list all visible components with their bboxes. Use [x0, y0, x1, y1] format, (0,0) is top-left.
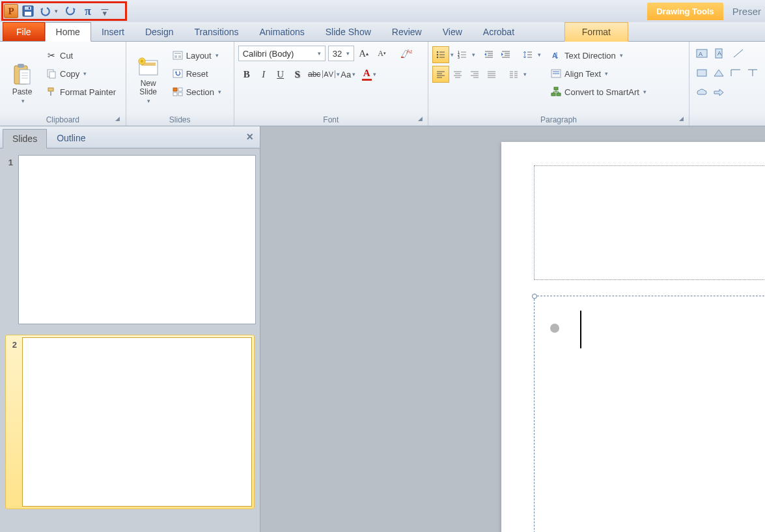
convert-smartart-button[interactable]: Convert to SmartArt▾: [548, 83, 649, 100]
grow-font-icon[interactable]: A▴: [355, 45, 372, 62]
redo-icon[interactable]: [64, 4, 78, 18]
increase-indent-icon[interactable]: [497, 46, 514, 63]
justify-icon[interactable]: [483, 66, 500, 83]
bullets-icon[interactable]: [432, 46, 449, 63]
svg-text:3: 3: [458, 55, 460, 59]
slide-canvas[interactable]: [260, 126, 765, 532]
smartart-label: Convert to SmartArt: [564, 87, 639, 97]
new-slide-dropdown-icon[interactable]: ▾: [147, 98, 150, 104]
numbering-icon[interactable]: 123: [454, 46, 471, 63]
font-name-combo[interactable]: Calibri (Body)▾: [238, 46, 326, 61]
format-painter-button[interactable]: Format Painter: [43, 83, 118, 100]
change-case-icon[interactable]: Aa▾: [340, 66, 357, 83]
tab-insert[interactable]: Insert: [91, 23, 135, 41]
title-placeholder[interactable]: [534, 165, 765, 280]
copy-icon: [46, 68, 57, 79]
svg-rect-79: [551, 93, 555, 96]
side-tab-slides[interactable]: Slides: [3, 129, 47, 148]
line-spacing-icon[interactable]: [520, 46, 536, 63]
thumb-number: 2: [8, 337, 17, 507]
copy-button[interactable]: Copy ▾: [43, 65, 118, 82]
side-tab-outline[interactable]: Outline: [47, 128, 95, 148]
columns-icon[interactable]: [505, 66, 522, 83]
svg-rect-21: [173, 70, 182, 77]
undo-dropdown-icon[interactable]: ▾: [55, 8, 61, 14]
align-center-icon[interactable]: [449, 66, 466, 83]
textbox-shape-icon[interactable]: A: [693, 45, 710, 62]
shrink-font-icon[interactable]: A▾: [374, 45, 391, 62]
tab-animations[interactable]: Animations: [249, 23, 314, 41]
textbox-vert-shape-icon[interactable]: A: [710, 45, 727, 62]
tab-acrobat[interactable]: Acrobat: [473, 23, 525, 41]
group-paragraph-label: Paragraph: [540, 115, 577, 124]
thumbnail-2[interactable]: 2: [5, 335, 255, 509]
close-panel-icon[interactable]: ×: [246, 130, 253, 144]
svg-rect-1: [25, 7, 31, 10]
decrease-indent-icon[interactable]: [480, 46, 497, 63]
align-text-button[interactable]: Align Text▾: [548, 65, 649, 82]
align-left-icon[interactable]: [432, 66, 449, 83]
powerpoint-icon: P: [4, 4, 18, 18]
group-slides-label: Slides: [169, 115, 191, 124]
paste-dropdown-icon[interactable]: ▾: [21, 98, 25, 104]
cut-button[interactable]: ✂ Cut: [43, 47, 118, 64]
shadow-icon[interactable]: S: [289, 66, 306, 83]
font-color-icon[interactable]: A▾: [361, 66, 378, 83]
section-button[interactable]: Section▾: [169, 83, 224, 100]
format-painter-label: Format Painter: [60, 87, 116, 97]
svg-rect-13: [50, 91, 51, 96]
group-clipboard-label: Clipboard: [46, 115, 79, 124]
elbow-shape-icon[interactable]: [727, 64, 744, 81]
svg-rect-19: [174, 55, 177, 58]
char-spacing-icon[interactable]: AV▾: [323, 66, 340, 83]
svg-text:A: A: [699, 51, 702, 57]
paragraph-launcher-icon[interactable]: ◢: [677, 115, 685, 123]
layout-label: Layout: [186, 51, 212, 61]
reset-button[interactable]: Reset: [169, 65, 224, 82]
tab-view[interactable]: View: [432, 23, 473, 41]
triangle-shape-icon[interactable]: [710, 64, 727, 81]
rect-shape-icon[interactable]: [693, 64, 710, 81]
tab-slideshow[interactable]: Slide Show: [315, 23, 382, 41]
tab-home[interactable]: Home: [45, 22, 91, 42]
group-paragraph: ▾ 123▾ ▾ ▾: [428, 42, 689, 126]
tee-shape-icon[interactable]: [744, 64, 761, 81]
copy-dropdown-icon[interactable]: ▾: [83, 70, 87, 77]
copy-label: Copy: [60, 69, 79, 79]
font-size-combo[interactable]: 32▾: [328, 46, 354, 61]
tab-transitions[interactable]: Transitions: [184, 23, 249, 41]
save-icon[interactable]: [21, 4, 35, 18]
svg-rect-2: [25, 12, 31, 16]
new-slide-button[interactable]: New Slide ▾: [130, 44, 167, 104]
tab-file[interactable]: File: [3, 22, 45, 41]
smartart-icon: [550, 86, 562, 98]
text-direction-button[interactable]: A Text Direction▾: [548, 47, 649, 64]
bullet-icon: [550, 324, 559, 333]
paste-button[interactable]: Paste ▾: [4, 44, 40, 104]
layout-button[interactable]: Layout▾: [169, 47, 224, 64]
italic-icon[interactable]: I: [255, 66, 272, 83]
ribbon-tabs: File Home Insert Design Transitions Anim…: [0, 22, 765, 42]
arrow-shape-icon[interactable]: [710, 84, 727, 101]
bold-icon[interactable]: B: [238, 66, 255, 83]
cloud-shape-icon[interactable]: [693, 84, 710, 101]
content-placeholder[interactable]: [534, 296, 765, 532]
group-clipboard: Paste ▾ ✂ Cut Copy ▾: [0, 42, 126, 126]
equation-icon[interactable]: π: [81, 4, 95, 18]
customize-qat-icon[interactable]: ―▾: [98, 4, 112, 18]
strikethrough-icon[interactable]: abc: [306, 66, 323, 83]
clipboard-launcher-icon[interactable]: ◢: [114, 115, 122, 123]
line-shape-icon[interactable]: [730, 45, 747, 62]
clear-formatting-icon[interactable]: Aa: [397, 45, 414, 62]
undo-icon[interactable]: [38, 4, 52, 18]
align-right-icon[interactable]: [466, 66, 483, 83]
slide[interactable]: [501, 142, 765, 532]
tab-review[interactable]: Review: [382, 23, 432, 41]
resize-handle-icon[interactable]: [532, 294, 537, 299]
svg-rect-78: [554, 87, 558, 90]
underline-icon[interactable]: U: [272, 66, 289, 83]
tab-format[interactable]: Format: [564, 22, 628, 42]
thumbnail-1[interactable]: 1: [4, 155, 256, 324]
tab-design[interactable]: Design: [135, 23, 184, 41]
font-launcher-icon[interactable]: ◢: [416, 115, 424, 123]
